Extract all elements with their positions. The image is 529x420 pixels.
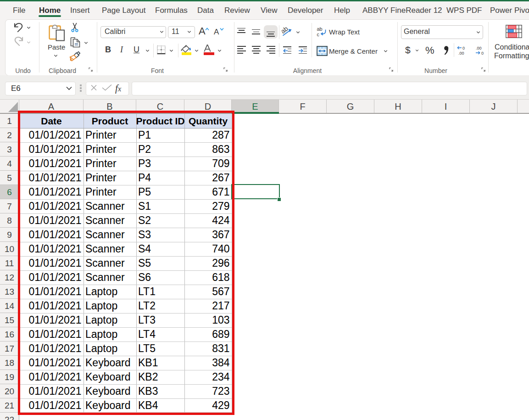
svg-text:.00: .00 [476, 46, 482, 50]
svg-text:0: 0 [481, 51, 484, 55]
svg-text:c: c [317, 32, 320, 37]
svg-text:ab: ab [317, 26, 323, 32]
svg-text:.00: .00 [458, 51, 464, 55]
svg-text:0: 0 [462, 46, 465, 50]
